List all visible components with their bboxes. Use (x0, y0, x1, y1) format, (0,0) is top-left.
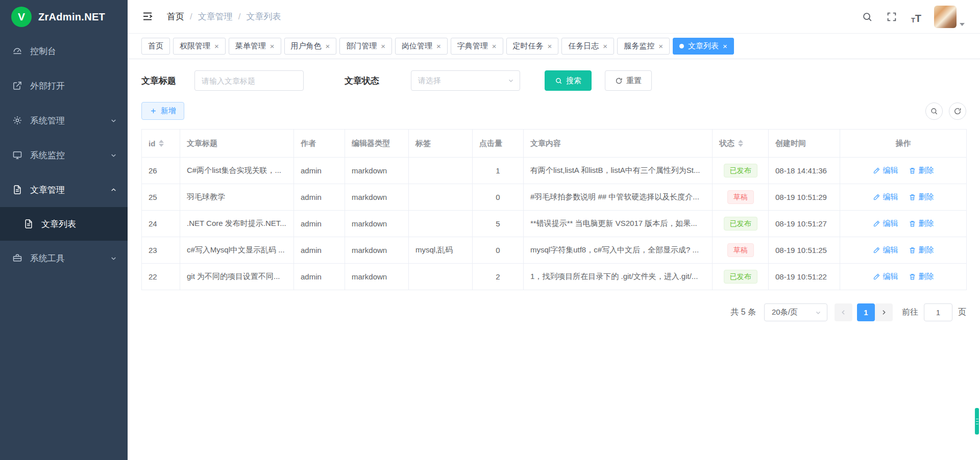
sidebar-item-external[interactable]: 外部打开 (0, 68, 128, 103)
refresh-table-button[interactable] (949, 103, 966, 120)
cell-editor: markdown (345, 237, 409, 264)
tab-dept-admin[interactable]: 部门管理× (339, 38, 392, 55)
sidebar-item-label: 控制台 (30, 45, 56, 57)
close-tab-icon[interactable]: × (214, 42, 219, 50)
edit-button[interactable]: 编辑 (873, 166, 898, 175)
edit-button[interactable]: 编辑 (873, 192, 898, 202)
table-row[interactable]: 22 git 为不同的项目设置不同... admin markdown 2 1，… (142, 264, 967, 290)
edit-icon (873, 220, 880, 227)
sidebar-item-label: 文章列表 (41, 218, 76, 230)
search-icon[interactable] (861, 10, 874, 23)
toggle-search-button[interactable] (925, 103, 943, 120)
tab-dict-admin[interactable]: 字典管理× (451, 38, 503, 55)
cell-clicks: 1 (473, 158, 524, 184)
delete-button[interactable]: 删除 (909, 245, 934, 255)
delete-button[interactable]: 删除 (909, 272, 934, 282)
edit-label: 编辑 (883, 245, 898, 255)
chevron-down-icon (110, 151, 117, 159)
breadcrumb-article-admin[interactable]: 文章管理 (198, 11, 233, 22)
column-header-status[interactable]: 状态 (713, 130, 769, 158)
delete-button[interactable]: 删除 (909, 166, 934, 175)
edit-button[interactable]: 编辑 (873, 245, 898, 255)
table-row[interactable]: 26 C#两个list集合实现关联，... admin markdown 1 有… (142, 158, 967, 184)
column-header-content: 文章内容 (524, 130, 713, 158)
sidebar-item-system-tools[interactable]: 系统工具 (0, 241, 128, 275)
status-badge: 已发布 (724, 217, 757, 231)
edit-icon (873, 273, 880, 280)
document-icon (23, 219, 34, 229)
next-page-button[interactable] (875, 303, 893, 321)
tab-label: 岗位管理 (402, 41, 432, 51)
avatar[interactable] (934, 6, 957, 28)
article-title-input[interactable] (194, 70, 304, 91)
chevron-down-icon[interactable] (960, 23, 965, 26)
column-header-id[interactable]: id (142, 130, 180, 158)
tab-home[interactable]: 首页 (141, 38, 170, 55)
edit-button[interactable]: 编辑 (873, 272, 898, 282)
close-tab-icon[interactable]: × (270, 42, 275, 50)
fullscreen-icon[interactable] (885, 10, 898, 23)
external-link-icon (12, 81, 22, 91)
page-number-button[interactable]: 1 (857, 303, 875, 321)
delete-icon (909, 273, 916, 280)
goto-page-input[interactable] (924, 303, 952, 321)
sidebar-item-label: 系统监控 (30, 149, 65, 161)
tab-label: 首页 (148, 41, 163, 51)
sort-icons[interactable] (738, 140, 743, 147)
status-badge: 草稿 (727, 190, 754, 204)
status-badge: 已发布 (724, 164, 757, 177)
close-tab-icon[interactable]: × (603, 42, 607, 50)
table-row[interactable]: 23 c#写入Mysql中文显示乱码 ... admin markdown my… (142, 237, 967, 264)
sidebar-item-article-list[interactable]: 文章列表 (0, 207, 128, 241)
tab-permission-admin[interactable]: 权限管理× (173, 38, 226, 55)
tab-service-monitor[interactable]: 服务监控× (617, 38, 670, 55)
sort-icons[interactable] (159, 140, 164, 147)
tab-menu-admin[interactable]: 菜单管理× (229, 38, 281, 55)
tab-label: 定时任务 (513, 41, 544, 51)
refresh-icon (615, 77, 623, 85)
breadcrumb-article-list[interactable]: 文章列表 (246, 11, 281, 22)
pagination-total: 共 5 条 (730, 307, 756, 318)
breadcrumb-home[interactable]: 首页 (167, 11, 184, 22)
sidebar-item-system-admin[interactable]: 系统管理 (0, 103, 128, 138)
table-row[interactable]: 24 .NET Core 发布时提示.NET... admin markdown… (142, 211, 967, 237)
goto-unit-label: 页 (958, 307, 966, 318)
font-size-icon[interactable]: TT (910, 10, 923, 23)
search-button[interactable]: 搜索 (545, 70, 592, 91)
close-tab-icon[interactable]: × (548, 42, 552, 50)
cell-created: 08-19 10:51:25 (769, 237, 840, 264)
close-tab-icon[interactable]: × (658, 42, 663, 50)
tab-scheduled-task[interactable]: 定时任务× (506, 38, 559, 55)
add-button[interactable]: 新增 (141, 102, 184, 120)
search-button-label: 搜索 (566, 76, 581, 86)
sidebar-item-article-admin[interactable]: 文章管理 (0, 172, 128, 207)
close-tab-icon[interactable]: × (723, 42, 727, 50)
edit-button[interactable]: 编辑 (873, 219, 898, 228)
delete-button[interactable]: 删除 (909, 219, 934, 228)
close-tab-icon[interactable]: × (326, 42, 330, 50)
tab-task-log[interactable]: 任务日志× (561, 38, 614, 55)
chevron-up-icon (110, 186, 117, 194)
cell-tags (409, 184, 473, 211)
scrollbar-thumb[interactable] (975, 408, 979, 435)
delete-button[interactable]: 删除 (909, 192, 934, 202)
table-row[interactable]: 25 羽毛球教学 admin markdown 0 #羽毛球拍参数说明 ## 中… (142, 184, 967, 211)
close-tab-icon[interactable]: × (381, 42, 385, 50)
cell-actions: 编辑删除 (840, 264, 967, 290)
page-content: 文章标题 文章状态 请选择 搜索 重置 (128, 59, 980, 321)
close-tab-icon[interactable]: × (492, 42, 497, 50)
page-size-select[interactable]: 20条/页 (764, 303, 827, 321)
article-status-select[interactable]: 请选择 (411, 70, 520, 91)
tab-article-list[interactable]: 文章列表× (673, 38, 734, 55)
cell-actions: 编辑删除 (840, 158, 967, 184)
tab-user-role[interactable]: 用户角色× (284, 38, 337, 55)
collapse-sidebar-button[interactable] (141, 10, 155, 23)
sidebar-item-system-monitor[interactable]: 系统监控 (0, 138, 128, 172)
prev-page-button[interactable] (835, 303, 852, 321)
logo[interactable]: V ZrAdmin.NET (0, 0, 128, 34)
reset-button[interactable]: 重置 (605, 70, 652, 91)
close-tab-icon[interactable]: × (436, 42, 441, 50)
tab-post-admin[interactable]: 岗位管理× (395, 38, 448, 55)
sidebar-item-dashboard[interactable]: 控制台 (0, 34, 128, 68)
tab-label: 菜单管理 (235, 41, 266, 51)
